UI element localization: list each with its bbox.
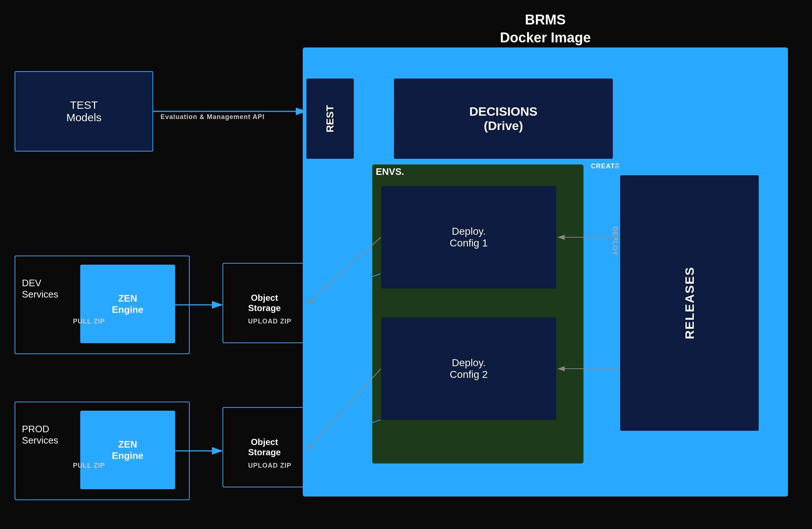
- upload-zip-dev-label: UPLOAD ZIP: [248, 318, 291, 325]
- diagram-container: BRMS Docker Image REST DECISIONS(Drive) …: [0, 0, 812, 529]
- releases-box: RELEASES: [620, 175, 759, 431]
- deploy-config-1-label: Deploy.Config 1: [450, 226, 488, 249]
- releases-label: RELEASES: [683, 267, 697, 339]
- zen-engine-prod-box: ZENEngine: [80, 411, 175, 489]
- obj-storage-dev-label: ObjectStorage: [248, 293, 281, 313]
- decisions-box: DECISIONS(Drive): [394, 78, 613, 159]
- obj-storage-prod-box: ObjectStorage: [223, 407, 306, 487]
- deploy-config-2-label: Deploy.Config 2: [450, 357, 488, 380]
- deploy-config-1-box: Deploy.Config 1: [381, 186, 556, 288]
- deploy-label: DEPLOY: [611, 226, 619, 256]
- zen-engine-prod-label: ZENEngine: [112, 439, 144, 461]
- prod-services-label: PRODServices: [22, 423, 58, 446]
- brms-line2: Docker Image: [500, 30, 591, 45]
- pull-zip-dev-label: PULL ZIP: [73, 318, 105, 325]
- rest-label: REST: [324, 105, 336, 133]
- obj-storage-dev-box: ObjectStorage: [223, 263, 306, 343]
- upload-zip-prod-label: UPLOAD ZIP: [248, 462, 291, 469]
- obj-storage-prod-label: ObjectStorage: [248, 437, 281, 457]
- decisions-label: DECISIONS(Drive): [469, 104, 537, 133]
- test-models-box: TESTModels: [15, 71, 153, 152]
- eval-api-label: Evaluation & Management API: [161, 113, 264, 121]
- pull-zip-prod-label: PULL ZIP: [73, 462, 105, 469]
- zen-engine-dev-label: ZENEngine: [112, 293, 144, 315]
- brms-line1: BRMS: [525, 12, 566, 27]
- test-models-label: TESTModels: [66, 99, 102, 124]
- deploy-config-2-box: Deploy.Config 2: [381, 318, 556, 420]
- rest-box: REST: [306, 78, 354, 159]
- envs-title: ENVS.: [376, 166, 404, 177]
- zen-engine-dev-box: ZENEngine: [80, 265, 175, 343]
- brms-title: BRMS Docker Image: [303, 11, 788, 47]
- create-label: CREATE: [591, 162, 620, 170]
- dev-services-label: DEVServices: [22, 277, 58, 300]
